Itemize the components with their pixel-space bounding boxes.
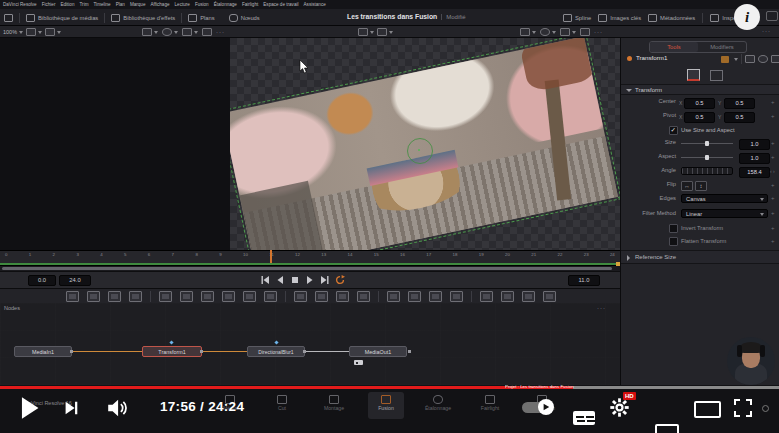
paint-tool-icon[interactable] (129, 291, 142, 302)
effects-library-button[interactable]: Bibliothèque d'effets (111, 14, 175, 22)
range-out-field[interactable]: 24.0 (59, 275, 91, 286)
viewer-zoom-select[interactable]: 100% (3, 29, 23, 35)
color-keyer-tool-icon[interactable] (336, 291, 349, 302)
miniplayer-button[interactable] (655, 424, 679, 433)
progress-bar-remainder[interactable] (573, 386, 779, 389)
menu-etalonnage[interactable]: Étalonnage (214, 2, 237, 7)
bspline-mask-tool-icon[interactable] (450, 291, 463, 302)
settings-button[interactable]: HD (609, 397, 630, 422)
menu-fairlight[interactable]: Fairlight (242, 2, 258, 7)
nodes-options-icon[interactable]: ··· (597, 305, 606, 311)
split-wipe-select[interactable] (182, 28, 198, 36)
versions-icon[interactable] (745, 55, 755, 63)
center-y-input[interactable]: 0.5 (724, 98, 755, 109)
keyframes-button[interactable]: Images clés (598, 14, 641, 22)
media-tool-icon[interactable] (66, 291, 79, 302)
menu-davinci-resolve[interactable]: DaVinci Resolve (3, 2, 37, 7)
flip-vertical-icon[interactable]: ↕ (695, 181, 707, 191)
lock-icon[interactable] (771, 55, 779, 63)
switcher-icon[interactable] (4, 14, 13, 22)
menu-timeline[interactable]: Timeline (93, 2, 110, 7)
node-mediain1[interactable]: MediaIn1 (14, 346, 72, 357)
size-input[interactable]: 1.0 (739, 139, 770, 150)
play-button[interactable] (16, 395, 42, 421)
viewer2-guides-select[interactable] (520, 28, 536, 36)
range-in-field[interactable]: 0.0 (28, 275, 56, 286)
keyframe-icon[interactable]: + (771, 224, 775, 233)
reference-size-section[interactable]: Reference Size (621, 250, 779, 264)
play-forward-button[interactable] (305, 275, 315, 285)
transform-section-header[interactable]: Transform (621, 84, 779, 95)
node-transform1[interactable]: Transform1 (142, 346, 202, 357)
keyframe-icon[interactable]: + (771, 181, 775, 190)
use-size-aspect-checkbox[interactable] (669, 126, 678, 135)
tab-modifiers[interactable]: Modifiers (698, 42, 746, 52)
volume-icon[interactable] (106, 398, 128, 418)
node-tile-color-swatch[interactable] (721, 56, 729, 63)
keyframe-icon[interactable]: + (771, 98, 775, 107)
menu-affichage[interactable]: Affichage (150, 2, 169, 7)
menu-trim[interactable]: Trim (79, 2, 88, 7)
menu-fusion[interactable]: Fusion (195, 2, 209, 7)
controls-tab-icon[interactable] (687, 69, 700, 81)
blur-tool-icon[interactable] (243, 291, 256, 302)
filter-method-dropdown[interactable]: Linear (681, 209, 768, 218)
color-curves-tool-icon[interactable] (180, 291, 193, 302)
menu-fichier[interactable]: Fichier (42, 2, 56, 7)
timeline-scrollbar-thumb[interactable] (2, 267, 612, 270)
keyframe-icon[interactable]: + (771, 209, 775, 218)
polygon-mask-tool-icon[interactable] (429, 291, 442, 302)
delta-keyer-tool-icon[interactable] (357, 291, 370, 302)
step-back-button[interactable] (275, 275, 285, 285)
merge-tool-icon[interactable] (294, 291, 307, 302)
stop-button[interactable] (290, 275, 300, 285)
frame-icon[interactable] (580, 28, 590, 36)
color-corrector-tool-icon[interactable] (159, 291, 172, 302)
settings-tab-icon[interactable] (710, 70, 723, 81)
menu-assistance[interactable]: Assistance (304, 2, 326, 7)
go-last-frame-button[interactable] (320, 275, 330, 285)
pivot-x-input[interactable]: 0.5 (684, 112, 715, 123)
output-port[interactable] (70, 350, 73, 353)
hue-curves-tool-icon[interactable] (201, 291, 214, 302)
spline-button[interactable]: Spline (563, 14, 591, 22)
gamut-select[interactable] (162, 28, 178, 36)
aspect-input[interactable]: 1.0 (739, 153, 770, 164)
center-x-input[interactable]: 0.5 (684, 98, 715, 109)
node-directionalblur1[interactable]: DirectionalBlur1 (247, 346, 305, 357)
nodes-button[interactable]: Nœuds (229, 14, 260, 22)
keyframe-icon[interactable]: + (771, 153, 775, 162)
fullscreen-button[interactable] (733, 398, 753, 418)
keyframe-icon[interactable]: + (771, 237, 775, 246)
transform-tool-icon[interactable] (480, 291, 493, 302)
resize-tool-icon[interactable] (522, 291, 535, 302)
node-editor[interactable]: Nodes ··· MediaIn1 Transform1 Directiona… (0, 303, 620, 385)
viewer2-layout-select[interactable] (377, 28, 393, 36)
guides-select[interactable] (142, 28, 158, 36)
viewer2-fit-select[interactable] (358, 28, 374, 36)
watched-progress-bar[interactable] (0, 386, 573, 389)
autoplay-toggle[interactable] (522, 402, 552, 413)
playhead[interactable] (270, 250, 272, 263)
keyframe-icon[interactable]: + (771, 194, 775, 203)
fusion-time-ruler[interactable]: 0123456789101112131415161718192021222324 (0, 250, 620, 263)
angle-input[interactable]: 158.4 (739, 167, 770, 178)
edges-dropdown[interactable]: Canvas (681, 194, 768, 203)
node-mediaout1[interactable]: MediaOut1 (349, 346, 407, 357)
next-video-button[interactable] (62, 399, 80, 417)
cards-icon[interactable] (766, 11, 778, 21)
flip-horizontal-icon[interactable]: ↔ (681, 181, 693, 191)
brightness-tool-icon[interactable] (222, 291, 235, 302)
aspect-slider[interactable] (681, 157, 733, 158)
viewer2-split-select[interactable] (560, 28, 576, 36)
keyframe-icon[interactable]: + (771, 112, 775, 121)
loop-playback-button[interactable] (335, 275, 345, 285)
output-port[interactable] (303, 350, 306, 353)
metadata-button[interactable]: Métadonnées (648, 14, 695, 22)
current-time-field[interactable]: 11.0 (568, 275, 600, 286)
menu-marque[interactable]: Marque (130, 2, 146, 7)
angle-step-icons[interactable]: ‹ › (770, 167, 775, 176)
subtitles-button[interactable] (573, 411, 595, 425)
invert-transform-checkbox[interactable] (669, 224, 678, 233)
glow-tool-icon[interactable] (264, 291, 277, 302)
